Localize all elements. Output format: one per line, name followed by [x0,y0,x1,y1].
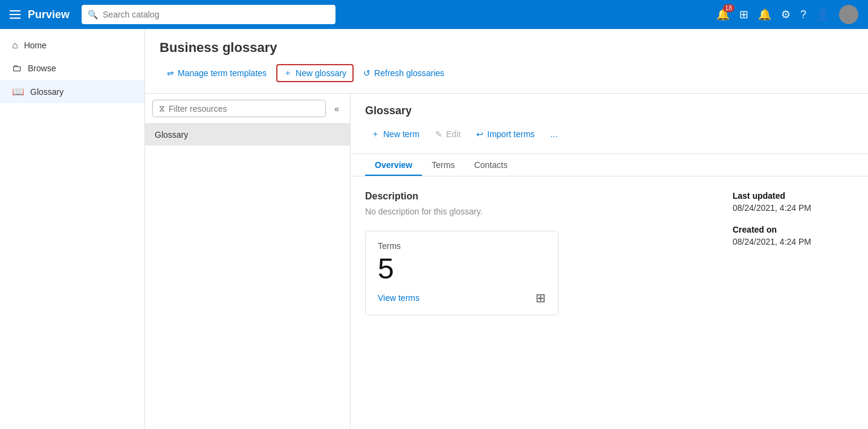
terms-card: Terms 5 View terms ⊞ [365,231,559,315]
layout: ⌂ Home 🗀 Browse 📖 Glossary Business glos… [0,29,868,429]
description-text: No description for this glossary. [365,207,708,216]
notification-badge: 18 [723,4,734,12]
edit-icon: ✎ [435,129,442,139]
terms-count: 5 [378,254,546,283]
refresh-glossaries-button[interactable]: ↺ Refresh glossaries [356,65,452,82]
new-glossary-button[interactable]: ＋ New glossary [276,64,354,82]
header-icons: 🔔 18 ⊞ 🔔 ⚙ ? 👤 [716,5,858,24]
filter-input[interactable] [169,104,319,114]
grid-icon: ⊞ [536,291,546,305]
notification-icon[interactable]: 🔔 18 [716,8,730,21]
search-bar[interactable]: 🔍 [82,5,335,24]
plus-icon: ＋ [283,68,292,79]
sidebar: ⌂ Home 🗀 Browse 📖 Glossary [0,29,145,429]
filter-bar: ⧖ « [145,94,350,124]
glossary-list-item[interactable]: Glossary [145,124,350,146]
browse-icon: 🗀 [12,63,22,74]
right-panel-header: Glossary ＋ New term ✎ Edit ↩ Import term [351,94,868,154]
content-area: ⧖ « Glossary Glossary ＋ New term [145,94,868,429]
user-icon[interactable]: 👤 [816,8,829,21]
last-updated-value: 08/24/2021, 4:24 PM [733,203,853,213]
brand-title: Purview [28,8,70,21]
detail-left: Description No description for this glos… [365,191,708,315]
feedback-icon[interactable]: ⊞ [739,8,748,21]
help-icon[interactable]: ? [800,8,806,21]
detail-content: Description No description for this glos… [351,176,868,330]
right-panel-title: Glossary [365,105,853,117]
description-label: Description [365,191,708,202]
terms-card-footer: View terms ⊞ [378,291,546,305]
sidebar-item-glossary[interactable]: 📖 Glossary [0,80,144,103]
tab-contacts[interactable]: Contacts [464,154,517,176]
page-title: Business glossary [160,40,853,56]
right-panel: Glossary ＋ New term ✎ Edit ↩ Import term [351,94,868,429]
filter-input-container[interactable]: ⧖ [152,100,326,117]
left-panel: ⧖ « Glossary [145,94,351,429]
last-updated-label: Last updated [733,191,853,201]
import-terms-button[interactable]: ↩ Import terms [470,126,541,142]
import-icon: ↩ [476,129,484,139]
tabs: Overview Terms Contacts [351,154,868,176]
sidebar-item-home-label: Home [24,40,47,50]
created-on-value: 08/24/2021, 4:24 PM [733,237,853,247]
collapse-panel-button[interactable]: « [331,102,343,116]
filter-icon: ⧖ [159,103,165,114]
avatar[interactable] [839,5,858,24]
edit-button[interactable]: ✎ Edit [429,126,467,142]
tab-terms[interactable]: Terms [422,154,464,176]
hamburger-menu[interactable] [10,10,21,19]
sidebar-item-browse-label: Browse [28,63,56,73]
plus-term-icon: ＋ [371,129,380,140]
terms-card-label: Terms [378,241,546,251]
search-icon: 🔍 [88,10,98,19]
right-toolbar: ＋ New term ✎ Edit ↩ Import terms ... [365,126,853,149]
created-on-label: Created on [733,225,853,234]
home-icon: ⌂ [12,40,18,51]
new-term-button[interactable]: ＋ New term [365,126,426,143]
tab-overview[interactable]: Overview [365,154,422,176]
page-header: Business glossary ⇌ Manage term template… [145,29,868,94]
sidebar-item-home[interactable]: ⌂ Home [0,34,144,57]
toolbar: ⇌ Manage term templates ＋ New glossary ↺… [160,64,853,88]
sidebar-item-glossary-label: Glossary [30,87,63,97]
refresh-icon: ↺ [363,68,371,78]
detail-right: Last updated 08/24/2021, 4:24 PM Created… [733,191,853,315]
sliders-icon: ⇌ [167,68,174,78]
view-terms-link[interactable]: View terms [378,293,419,303]
bell-icon[interactable]: 🔔 [758,8,771,21]
more-options-button[interactable]: ... [545,126,564,142]
main-content: Business glossary ⇌ Manage term template… [145,29,868,429]
header: Purview 🔍 🔔 18 ⊞ 🔔 ⚙ ? 👤 [0,0,868,29]
settings-icon[interactable]: ⚙ [781,8,791,21]
search-input[interactable] [103,10,329,19]
manage-templates-button[interactable]: ⇌ Manage term templates [160,65,274,82]
sidebar-item-browse[interactable]: 🗀 Browse [0,57,144,80]
glossary-icon: 📖 [12,86,24,97]
